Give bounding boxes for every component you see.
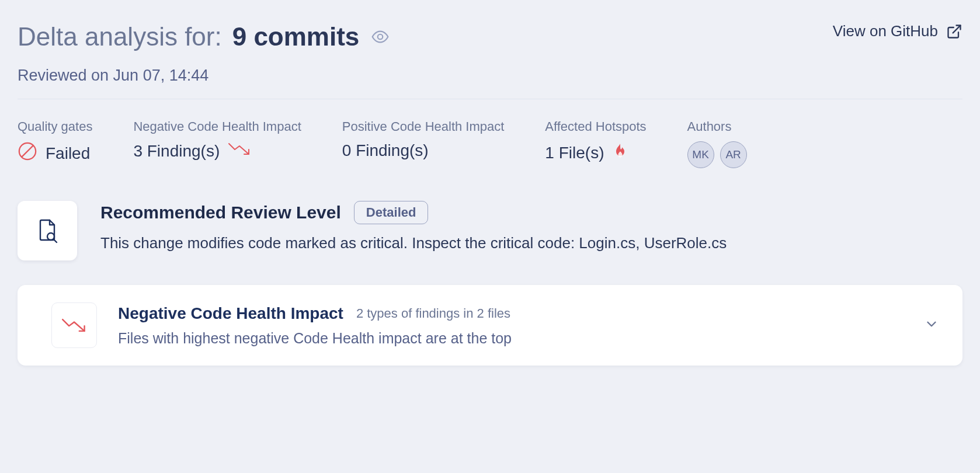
visibility-icon[interactable] (370, 26, 391, 47)
view-on-github-label: View on GitHub (833, 22, 938, 40)
negative-card-title: Negative Code Health Impact (118, 304, 343, 323)
reviewed-timestamp: Reviewed on Jun 07, 14:44 (18, 67, 391, 85)
negative-card-meta: 2 types of findings in 2 files (356, 306, 510, 321)
metric-authors: Authors MK AR (687, 119, 747, 168)
page-title-row: Delta analysis for: 9 commits (18, 22, 391, 51)
author-avatar[interactable]: MK (687, 141, 714, 168)
svg-line-5 (54, 239, 57, 243)
title-commit-count: 9 commits (232, 22, 360, 51)
review-level-badge: Detailed (354, 201, 429, 224)
metric-negative-impact: Negative Code Health Impact 3 Finding(s) (133, 119, 301, 161)
trend-down-icon (51, 302, 97, 348)
positive-impact-value: 0 Finding(s) (342, 141, 429, 160)
hotspots-value: 1 File(s) (545, 144, 604, 162)
negative-impact-value: 3 Finding(s) (133, 142, 220, 161)
metric-label: Quality gates (18, 119, 92, 134)
svg-line-1 (953, 25, 961, 33)
metric-quality-gates: Quality gates Failed (18, 119, 92, 165)
view-on-github-link[interactable]: View on GitHub (833, 22, 962, 40)
prohibit-icon (18, 141, 37, 165)
flame-icon (612, 141, 628, 164)
svg-point-0 (378, 34, 383, 40)
quality-gates-value: Failed (46, 144, 90, 163)
svg-line-3 (22, 145, 33, 157)
divider (18, 99, 962, 99)
chevron-down-icon[interactable] (924, 317, 939, 334)
metric-positive-impact: Positive Code Health Impact 0 Finding(s) (342, 119, 505, 160)
metric-label: Affected Hotspots (545, 119, 646, 134)
trend-down-icon (228, 141, 251, 161)
negative-impact-card[interactable]: Negative Code Health Impact 2 types of f… (18, 285, 962, 366)
recommended-review-title: Recommended Review Level (100, 203, 341, 222)
recommended-review-desc: This change modifies code marked as crit… (100, 232, 962, 253)
external-link-icon (946, 23, 962, 40)
recommended-review-panel: Recommended Review Level Detailed This c… (18, 201, 962, 260)
page-header: Delta analysis for: 9 commits Reviewed o… (18, 22, 962, 85)
metric-label: Positive Code Health Impact (342, 119, 505, 134)
document-search-icon (18, 201, 77, 260)
metric-label: Negative Code Health Impact (133, 119, 301, 134)
title-prefix: Delta analysis for: (18, 22, 222, 51)
metric-label: Authors (687, 119, 747, 134)
metrics-row: Quality gates Failed Negative Code Healt… (18, 119, 962, 168)
author-avatar[interactable]: AR (720, 141, 747, 168)
metric-affected-hotspots: Affected Hotspots 1 File(s) (545, 119, 646, 164)
negative-card-subtitle: Files with highest negative Code Health … (118, 330, 903, 347)
